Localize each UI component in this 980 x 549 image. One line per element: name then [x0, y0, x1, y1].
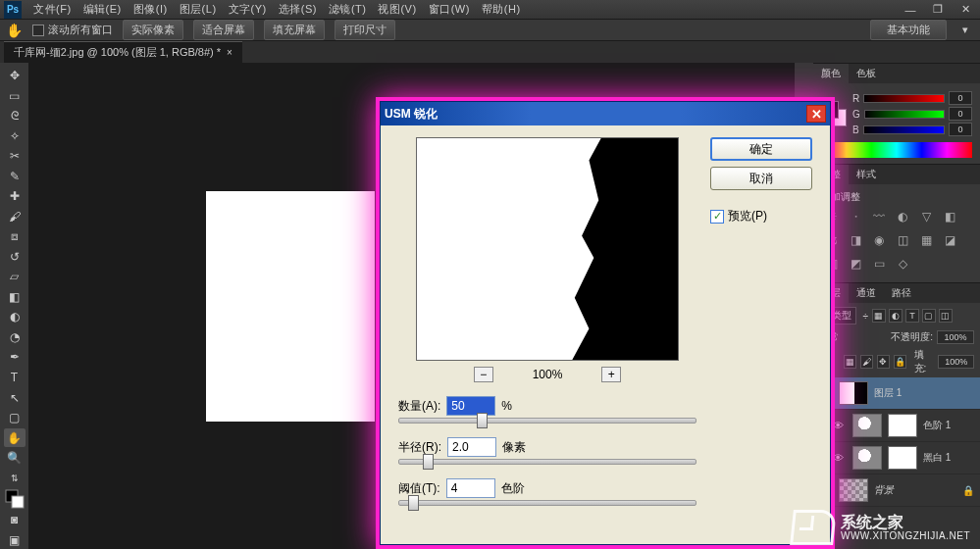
cancel-button[interactable]: 取消: [710, 167, 812, 190]
zoom-in-button[interactable]: +: [601, 367, 621, 382]
filter-pixel-icon[interactable]: ▦: [872, 309, 886, 323]
layer-row[interactable]: 👁 黑白 1: [813, 442, 980, 474]
layer-row[interactable]: 👁 背景 🔒: [813, 474, 980, 507]
r-value[interactable]: 0: [949, 91, 972, 105]
radius-input[interactable]: [447, 437, 496, 457]
filter-smart-icon[interactable]: ◫: [939, 309, 953, 323]
zoom-tool[interactable]: 🔍: [4, 449, 26, 468]
document-canvas[interactable]: [206, 191, 375, 422]
vibrance-icon[interactable]: ▽: [917, 208, 935, 225]
move-tool[interactable]: ✥: [4, 67, 26, 85]
menu-file[interactable]: 文件(F): [27, 0, 77, 19]
layer-thumbnail[interactable]: [839, 381, 868, 405]
pen-tool[interactable]: ✒: [4, 348, 26, 367]
path-select-tool[interactable]: ↖: [4, 388, 26, 407]
lock-position-icon[interactable]: ✥: [877, 355, 890, 369]
g-value[interactable]: 0: [949, 107, 972, 121]
history-brush-tool[interactable]: ↺: [4, 248, 26, 267]
tab-channels[interactable]: 通道: [849, 283, 884, 303]
filter-type-icon[interactable]: T: [905, 309, 919, 323]
swap-colors-icon[interactable]: ⇅: [4, 469, 26, 487]
tab-color[interactable]: 颜色: [813, 64, 849, 83]
selective-color-icon[interactable]: ◇: [894, 255, 911, 273]
visibility-toggle[interactable]: 👁: [833, 420, 847, 431]
dodge-tool[interactable]: ◔: [4, 328, 26, 347]
menu-layer[interactable]: 图层(L): [174, 0, 223, 19]
ok-button[interactable]: 确定: [710, 137, 812, 161]
color-spectrum[interactable]: [821, 142, 972, 158]
crop-tool[interactable]: ✂: [4, 147, 26, 166]
dialog-titlebar[interactable]: USM 锐化 ✕: [381, 102, 830, 125]
threshold-input[interactable]: [446, 478, 495, 498]
lock-pixels-icon[interactable]: 🖌: [860, 355, 873, 369]
menu-help[interactable]: 帮助(H): [476, 0, 527, 19]
dialog-close-button[interactable]: ✕: [806, 105, 826, 123]
menu-view[interactable]: 视图(V): [372, 0, 422, 19]
blur-tool[interactable]: ◐: [4, 308, 26, 326]
threshold-slider[interactable]: [398, 500, 696, 506]
tab-paths[interactable]: 路径: [884, 283, 919, 303]
filter-shape-icon[interactable]: ▢: [922, 309, 936, 323]
b-value[interactable]: 0: [949, 123, 972, 136]
layer-name[interactable]: 黑白 1: [923, 451, 974, 465]
layer-name[interactable]: 色阶 1: [923, 419, 974, 432]
panel-menu-icon[interactable]: ▾: [962, 24, 968, 36]
lock-transparency-icon[interactable]: ▦: [844, 355, 856, 369]
fill-value[interactable]: 100%: [938, 355, 974, 369]
menu-filter[interactable]: 滤镜(T): [323, 0, 373, 19]
fill-screen-button[interactable]: 填充屏幕: [264, 20, 325, 40]
lock-all-icon[interactable]: 🔒: [894, 355, 906, 369]
type-tool[interactable]: T: [4, 369, 26, 387]
preview-checkbox[interactable]: ✓ 预览(P): [710, 208, 812, 225]
amount-input[interactable]: [446, 396, 495, 416]
fit-screen-button[interactable]: 适合屏幕: [193, 20, 254, 40]
layer-thumbnail[interactable]: [839, 478, 868, 502]
layer-name[interactable]: 图层 1: [874, 386, 974, 400]
magic-wand-tool[interactable]: ✧: [4, 127, 26, 146]
window-minimize-button[interactable]: —: [900, 3, 921, 17]
tab-swatches[interactable]: 色板: [849, 64, 884, 83]
photo-filter-icon[interactable]: ◉: [870, 231, 888, 249]
menu-edit[interactable]: 编辑(E): [77, 0, 128, 19]
dialog-preview[interactable]: [416, 137, 679, 361]
document-tab[interactable]: 千库网-缅2.jpg @ 100% (图层 1, RGB/8#) * ×: [4, 41, 242, 63]
scroll-all-windows-checkbox[interactable]: 滚动所有窗口: [32, 23, 113, 37]
hand-tool-icon[interactable]: ✋: [6, 23, 23, 38]
visibility-toggle[interactable]: 👁: [833, 452, 847, 464]
brush-tool[interactable]: 🖌: [4, 208, 26, 226]
eraser-tool[interactable]: ▱: [4, 268, 26, 286]
b-slider[interactable]: [863, 125, 945, 134]
layer-row[interactable]: 👁 色阶 1: [813, 410, 980, 442]
workspace-switcher[interactable]: 基本功能: [870, 20, 947, 40]
mask-thumbnail[interactable]: [888, 446, 917, 470]
invert-icon[interactable]: ◪: [941, 231, 958, 249]
channel-mixer-icon[interactable]: ◫: [894, 231, 911, 249]
g-slider[interactable]: [864, 110, 945, 119]
levels-icon[interactable]: ⬞: [847, 208, 864, 225]
print-size-button[interactable]: 打印尺寸: [335, 20, 395, 40]
tab-close-icon[interactable]: ×: [227, 47, 232, 58]
r-slider[interactable]: [863, 94, 945, 103]
foreground-background-swatch[interactable]: [4, 489, 26, 509]
screen-mode-icon[interactable]: ▣: [4, 530, 26, 549]
radius-slider[interactable]: [398, 459, 696, 465]
actual-pixels-button[interactable]: 实际像素: [123, 20, 183, 40]
zoom-out-button[interactable]: −: [474, 367, 493, 382]
menu-window[interactable]: 窗口(W): [423, 0, 476, 19]
window-restore-button[interactable]: ❐: [927, 3, 949, 17]
stamp-tool[interactable]: ⧈: [4, 227, 26, 246]
menu-select[interactable]: 选择(S): [273, 0, 323, 19]
gradient-map-icon[interactable]: ▭: [870, 255, 888, 273]
tab-styles[interactable]: 样式: [849, 165, 884, 184]
threshold-icon[interactable]: ◩: [847, 255, 864, 273]
lasso-tool[interactable]: ᘓ: [4, 107, 26, 125]
curves-icon[interactable]: 〰: [870, 208, 888, 225]
hand-tool[interactable]: ✋: [4, 428, 26, 447]
marquee-tool[interactable]: ▭: [4, 87, 26, 106]
adj-thumbnail[interactable]: [852, 446, 882, 470]
healing-tool[interactable]: ✚: [4, 187, 26, 206]
opacity-value[interactable]: 100%: [937, 330, 974, 344]
gradient-tool[interactable]: ◧: [4, 288, 26, 307]
mask-thumbnail[interactable]: [888, 414, 917, 437]
amount-slider[interactable]: [398, 418, 696, 424]
